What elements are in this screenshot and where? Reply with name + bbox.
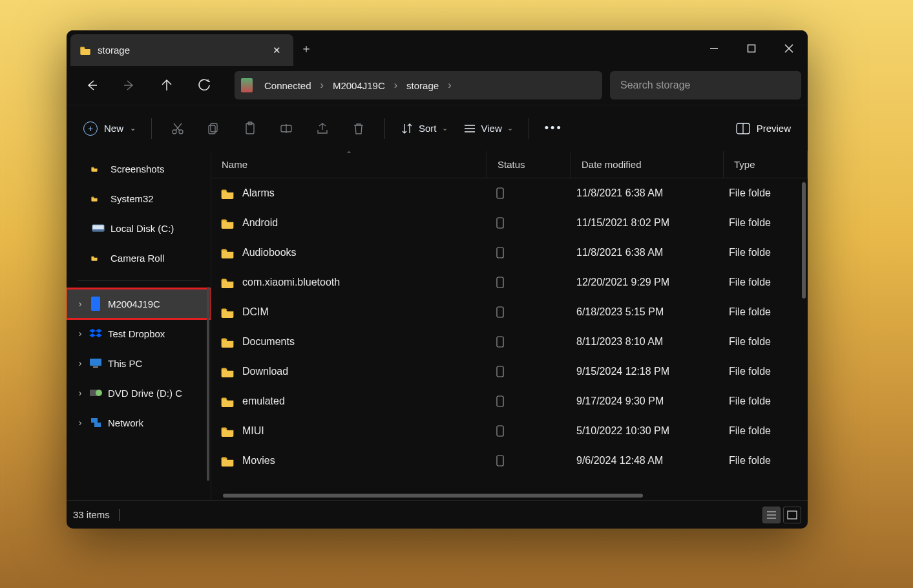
- preview-button[interactable]: Preview: [728, 123, 799, 134]
- file-row[interactable]: MIUI5/10/2022 10:30 PMFile folde: [211, 416, 808, 446]
- folder-icon: [91, 193, 105, 204]
- close-tab-icon[interactable]: ✕: [269, 45, 284, 56]
- file-row[interactable]: Android11/15/2021 8:02 PMFile folde: [211, 208, 808, 238]
- sidebar-item-network[interactable]: ›Network: [67, 408, 211, 437]
- chevron-right-icon[interactable]: ›: [72, 417, 89, 428]
- item-count: 33 items: [73, 509, 110, 520]
- file-row[interactable]: com.xiaomi.bluetooth12/20/2021 9:29 PMFi…: [211, 268, 808, 297]
- file-date: 6/18/2023 5:15 PM: [571, 306, 724, 318]
- svg-rect-38: [788, 511, 797, 519]
- chevron-right-icon[interactable]: ›: [445, 79, 454, 91]
- file-name: Movies: [242, 455, 275, 467]
- vertical-scrollbar[interactable]: [802, 182, 806, 299]
- folder-icon: [91, 163, 105, 174]
- svg-rect-28: [497, 277, 503, 288]
- svg-rect-27: [497, 247, 503, 258]
- svg-rect-26: [497, 218, 503, 228]
- file-date: 11/15/2021 8:02 PM: [571, 217, 724, 229]
- tab-storage[interactable]: storage ✕: [70, 34, 293, 66]
- file-row[interactable]: Audiobooks11/8/2021 6:38 AMFile folde: [211, 238, 808, 268]
- sidebar-item-camera-roll[interactable]: Camera Roll: [67, 243, 211, 273]
- sidebar-item-this-pc[interactable]: ›This PC: [67, 348, 211, 378]
- breadcrumb-storage[interactable]: storage: [400, 71, 445, 100]
- titlebar: storage ✕ ＋: [67, 30, 808, 66]
- new-tab-button[interactable]: ＋: [293, 30, 319, 66]
- sidebar-item-dvd-drive-d-c[interactable]: ›DVD Drive (D:) C: [67, 378, 211, 408]
- navbar: Connected › M2004J19C › storage › Search…: [67, 66, 808, 105]
- sidebar-item-label: M2004J19C: [108, 299, 160, 310]
- horizontal-scrollbar[interactable]: [223, 494, 643, 498]
- sort-icon: [401, 122, 414, 135]
- svg-rect-34: [497, 456, 503, 466]
- svg-point-22: [96, 390, 102, 396]
- column-header-status[interactable]: Status: [487, 151, 571, 178]
- chevron-right-icon[interactable]: ›: [72, 358, 89, 368]
- file-row[interactable]: Download9/15/2024 12:18 PMFile folde: [211, 357, 808, 386]
- separator: [151, 118, 152, 139]
- view-label: View: [481, 123, 502, 134]
- sidebar-item-screenshots[interactable]: Screenshots: [67, 154, 211, 184]
- file-type: File folde: [724, 455, 808, 467]
- body: ScreenshotsSystem32Local Disk (C:)Camera…: [67, 151, 808, 500]
- file-row[interactable]: Alarms11/8/2021 6:38 AMFile folde: [211, 178, 808, 208]
- chevron-right-icon[interactable]: ›: [72, 299, 89, 309]
- preview-label: Preview: [757, 123, 791, 134]
- svg-rect-25: [497, 188, 503, 198]
- file-date: 9/17/2024 9:30 PM: [571, 395, 724, 407]
- paste-button[interactable]: [232, 116, 268, 142]
- details-view-toggle[interactable]: [762, 507, 781, 523]
- thumbnails-view-toggle[interactable]: [783, 507, 801, 523]
- sidebar-scrollbar[interactable]: [207, 287, 209, 481]
- file-row[interactable]: DCIM6/18/2023 5:15 PMFile folde: [211, 297, 808, 327]
- device-status-icon: [496, 425, 504, 437]
- chevron-right-icon[interactable]: ›: [318, 79, 326, 91]
- chevron-right-icon[interactable]: ›: [392, 79, 400, 91]
- file-type: File folde: [724, 247, 808, 258]
- up-button[interactable]: [148, 72, 185, 98]
- close-button[interactable]: [770, 30, 808, 66]
- share-button[interactable]: [304, 116, 341, 142]
- copy-button[interactable]: [196, 116, 232, 142]
- file-row[interactable]: emulated9/17/2024 9:30 PMFile folde: [211, 386, 808, 416]
- file-row[interactable]: Documents8/11/2023 8:10 AMFile folde: [211, 327, 808, 357]
- file-name: Download: [242, 366, 288, 377]
- rename-button[interactable]: [268, 116, 304, 142]
- file-type: File folde: [724, 395, 808, 407]
- sidebar-item-local-disk-c-[interactable]: Local Disk (C:): [67, 213, 211, 243]
- view-button[interactable]: View ⌄: [456, 116, 521, 142]
- file-date: 9/6/2024 12:48 AM: [571, 455, 724, 467]
- new-button[interactable]: + New ⌄: [76, 116, 143, 142]
- more-button[interactable]: •••: [537, 116, 571, 142]
- column-header-type[interactable]: Type: [724, 151, 808, 178]
- svg-rect-29: [497, 307, 503, 317]
- column-header-date[interactable]: Date modified: [571, 151, 724, 178]
- breadcrumb-device[interactable]: M2004J19C: [326, 71, 392, 100]
- file-type: File folde: [724, 306, 808, 318]
- chevron-right-icon[interactable]: ›: [72, 328, 89, 339]
- search-input[interactable]: Search storage: [610, 71, 801, 100]
- sort-button[interactable]: Sort ⌄: [393, 116, 456, 142]
- view-toggle-group: [762, 507, 801, 523]
- sidebar-item-system32[interactable]: System32: [67, 184, 211, 213]
- refresh-button[interactable]: [185, 72, 223, 98]
- chevron-right-icon[interactable]: ›: [72, 388, 89, 398]
- address-bar[interactable]: Connected › M2004J19C › storage ›: [235, 71, 602, 100]
- forward-button[interactable]: [110, 72, 148, 98]
- back-button[interactable]: [73, 72, 110, 98]
- sidebar-item-label: Camera Roll: [110, 253, 164, 264]
- column-header-name[interactable]: ⌃ Name: [211, 151, 487, 178]
- delete-button[interactable]: [341, 116, 377, 142]
- view-icon: [463, 122, 476, 135]
- file-row[interactable]: Movies9/6/2024 12:48 AMFile folde: [211, 446, 808, 476]
- cut-button[interactable]: [160, 116, 196, 142]
- svg-rect-33: [497, 426, 503, 436]
- sidebar-item-test-dropbox[interactable]: ›Test Dropbox: [67, 319, 211, 348]
- svg-rect-31: [497, 366, 503, 377]
- breadcrumb-connected[interactable]: Connected: [258, 71, 318, 100]
- file-type: File folde: [724, 336, 808, 348]
- chevron-down-icon: ⌄: [442, 124, 448, 132]
- maximize-button[interactable]: [733, 30, 770, 66]
- minimize-button[interactable]: [695, 30, 733, 66]
- file-date: 8/11/2023 8:10 AM: [571, 336, 724, 348]
- sidebar-item-m2004j19c[interactable]: ›M2004J19C: [67, 289, 211, 319]
